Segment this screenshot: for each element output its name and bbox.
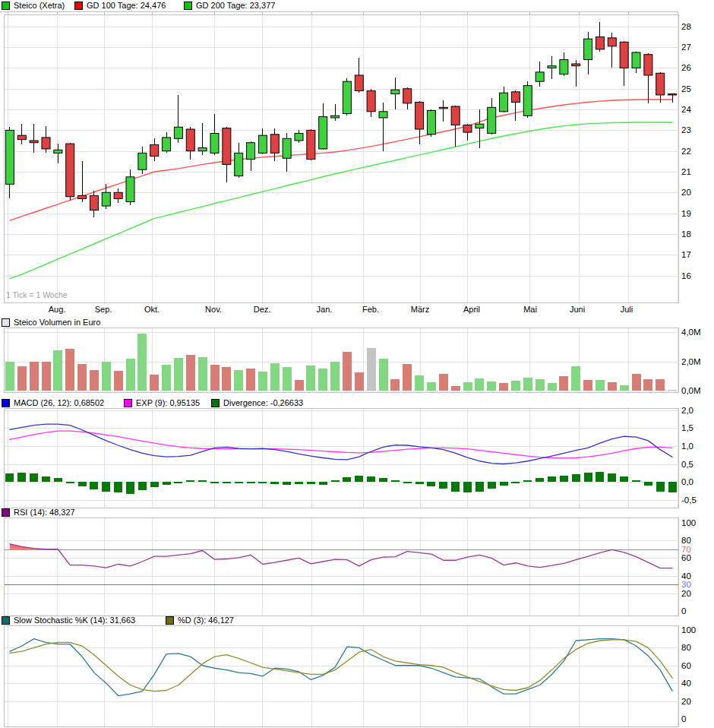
volume-bar (379, 359, 388, 391)
candle (66, 144, 74, 197)
volume-bar (427, 382, 436, 391)
volume-bar (283, 367, 292, 391)
rsi-axis-labels: 1008070604030200 (681, 518, 696, 616)
divergence-bar (17, 473, 26, 482)
volume-bar (643, 379, 652, 391)
candle (54, 150, 62, 153)
axis-label: 25 (681, 84, 691, 93)
divergence-bar (560, 476, 568, 482)
volume-bar (17, 366, 27, 391)
stoch-k-label: Slow Stochastic %K (14): 31,663 (14, 616, 135, 625)
axis-label: 0 (681, 606, 686, 616)
volume-bar (499, 383, 508, 391)
gd100-swatch (74, 2, 83, 10)
volume-bar (330, 362, 340, 391)
rsi-line (10, 544, 672, 568)
volume-bar (620, 385, 629, 391)
volume-bar (403, 364, 412, 391)
stochastic-lines (10, 639, 672, 696)
volume-bar (30, 362, 39, 391)
price-panel-grid (4, 14, 679, 303)
divergence-bar (632, 480, 640, 482)
candle (90, 195, 98, 210)
divergence-bar (536, 478, 544, 482)
candle (355, 75, 363, 90)
macd-axis-labels: 2,01,51,00,50,0-0,5 (681, 406, 697, 505)
candle (500, 93, 508, 112)
axis-label: Dez. (254, 305, 271, 314)
candle (427, 110, 435, 134)
exp-swatch (124, 399, 132, 407)
volume-bar (198, 357, 207, 391)
divergence-bar (379, 478, 387, 482)
macd-histogram (5, 472, 676, 494)
candle (656, 73, 665, 95)
candle (163, 138, 171, 151)
macd-label: MACD (26, 12): 0,68502 (14, 398, 104, 407)
volume-bar (343, 352, 352, 391)
candle (523, 86, 532, 116)
candle (439, 107, 447, 108)
volume-bar (102, 362, 111, 391)
divergence-bar (163, 482, 171, 485)
divergence-bar (511, 482, 520, 483)
candle (572, 64, 580, 66)
volume-bar (222, 367, 231, 391)
divergence-bar (258, 482, 267, 483)
axis-label: 20 (681, 589, 691, 598)
legend-price: Steico (Xetra) GD 100 Tage: 24,476 GD 20… (0, 1, 714, 11)
axis-label: 100 (681, 518, 696, 527)
legend-stochastic: Slow Stochastic %K (14): 31,663 %D (3): … (0, 616, 714, 626)
rsi-label: RSI (14): 48,327 (14, 508, 75, 517)
candle (584, 39, 592, 59)
axis-label: 17 (681, 250, 691, 259)
axis-label: 1,5 (681, 423, 693, 432)
volume-bar (596, 380, 605, 391)
volume-bar (246, 369, 255, 391)
divergence-bar (355, 476, 363, 482)
candle (150, 144, 159, 156)
candle (5, 130, 14, 184)
volume-bar (137, 334, 147, 391)
volume-bar (186, 355, 195, 391)
candle (258, 135, 267, 153)
divergence-bar (620, 476, 628, 482)
axis-label: 80 (681, 643, 691, 652)
axis-label: 28 (681, 22, 691, 31)
divergence-label: Divergence: -0,26633 (223, 398, 303, 407)
stoch-axis-labels: 100806040200 (681, 625, 696, 723)
volume-bar (234, 370, 243, 391)
volume-bar (295, 380, 304, 391)
axis-label: März (411, 305, 429, 314)
instrument-label: Steico (Xetra) (14, 1, 65, 10)
rsi-swatch (2, 508, 10, 517)
legend-item-macd: MACD (26, 12): 0,68502 (2, 398, 104, 409)
divergence-bar (223, 482, 231, 483)
divergence-bar (42, 476, 50, 483)
macd-swatch (2, 399, 10, 407)
chart-page: 282726252423222120191817164,0M2,0M0,0M2,… (0, 0, 714, 728)
volume-bar (355, 372, 364, 391)
legend-item-gd100: GD 100 Tage: 24,476 (74, 1, 166, 11)
axis-label: 80 (681, 536, 691, 545)
legend-item-volume: Steico Volumen in Euro (2, 318, 100, 328)
divergence-bar (331, 480, 340, 482)
axis-label: 60 (681, 553, 691, 562)
axis-label: 40 (681, 679, 691, 688)
volume-axis-labels: 4,0M2,0M0,0M (681, 328, 701, 395)
axis-label: Jan. (317, 305, 333, 314)
candle (608, 38, 616, 46)
volume-bar (487, 381, 496, 391)
month-axis: Aug.Sep.Okt.Nov.Dez.Jan.Feb.MärzAprilMai… (6, 290, 633, 314)
axis-label: 20 (681, 697, 691, 706)
volume-bar (210, 365, 220, 391)
volume-bar (668, 390, 677, 391)
volume-swatch (2, 318, 10, 327)
volume-bar (5, 362, 14, 391)
candle (644, 55, 652, 75)
moving-averages (10, 100, 672, 279)
axis-label: 40 (681, 571, 691, 581)
axis-label: Juli (621, 305, 633, 314)
divergence-bar (391, 480, 400, 482)
stoch-d-label: %D (3): 46,127 (178, 616, 234, 625)
